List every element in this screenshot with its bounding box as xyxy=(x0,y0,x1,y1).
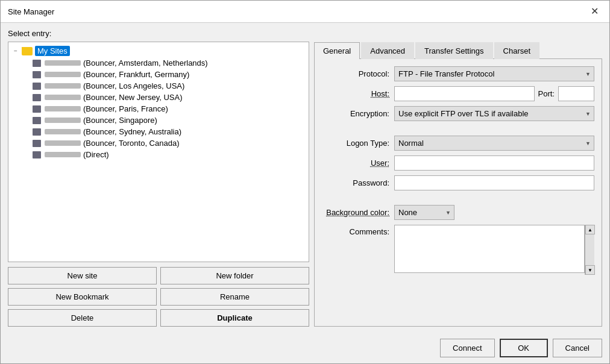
list-item[interactable]: (Bouncer, Singapore) xyxy=(8,115,309,126)
scrollbar: ▲ ▼ xyxy=(585,225,594,275)
logon-type-select[interactable]: Normal xyxy=(394,136,594,151)
comments-textarea[interactable] xyxy=(394,225,585,273)
site-icon xyxy=(33,117,41,124)
protocol-label: Protocol: xyxy=(322,69,394,78)
rename-button[interactable]: Rename xyxy=(160,288,309,306)
blurred-ip xyxy=(45,118,81,123)
tab-general[interactable]: General xyxy=(314,42,360,59)
blurred-ip xyxy=(45,60,81,66)
connect-button[interactable]: Connect xyxy=(440,339,494,357)
button-grid: New site New folder New Bookmark Rename … xyxy=(8,267,309,327)
scroll-up-button[interactable]: ▲ xyxy=(585,225,595,234)
list-item[interactable]: (Bouncer, New Jersey, USA) xyxy=(8,92,309,103)
site-icon xyxy=(33,128,41,136)
encryption-label: Encryption: xyxy=(322,109,394,118)
tab-charset[interactable]: Charset xyxy=(494,42,540,59)
list-item[interactable]: (Bouncer, Los Angeles, USA) xyxy=(8,80,309,92)
new-site-button[interactable]: New site xyxy=(8,267,157,284)
encryption-select-wrapper: Use explicit FTP over TLS if available xyxy=(394,106,594,121)
blurred-ip xyxy=(45,106,81,111)
user-row: User: xyxy=(322,155,594,171)
port-label: Port: xyxy=(538,89,555,98)
logon-type-label: Logon Type: xyxy=(322,139,394,148)
dialog-body: Select entry: − My Sites xyxy=(1,23,609,334)
blurred-ip xyxy=(45,152,81,157)
bg-color-control: None xyxy=(394,205,594,220)
new-folder-button[interactable]: New folder xyxy=(160,267,309,284)
encryption-row: Encryption: Use explicit FTP over TLS if… xyxy=(322,106,594,121)
tree-root[interactable]: − My Sites xyxy=(8,45,309,57)
left-panel: − My Sites (Bouncer, Amsterdam, Netherla… xyxy=(8,42,309,327)
blurred-ip xyxy=(45,83,81,89)
comments-row: Comments: ▲ ▼ xyxy=(322,225,594,275)
host-port-row: Host: Port: xyxy=(322,86,594,101)
site-icon xyxy=(33,94,41,101)
site-icon xyxy=(33,83,41,90)
logon-type-select-wrapper: Normal xyxy=(394,136,594,151)
tab-advanced[interactable]: Advanced xyxy=(361,42,414,59)
password-input[interactable] xyxy=(394,175,594,190)
site-manager-dialog: Site Manager ✕ Select entry: − My Sites xyxy=(0,0,610,364)
bg-select-wrapper: None xyxy=(394,205,454,220)
user-input[interactable] xyxy=(394,155,594,171)
scroll-track xyxy=(585,234,594,265)
folder-icon xyxy=(22,47,33,55)
dialog-title: Site Manager xyxy=(8,7,54,16)
password-label: Password: xyxy=(322,178,394,187)
dialog-footer: Connect OK Cancel xyxy=(1,334,609,363)
port-input[interactable] xyxy=(558,86,594,101)
site-location: (Direct) xyxy=(83,150,109,159)
bg-color-label: Background color: xyxy=(322,208,394,217)
list-item[interactable]: (Bouncer, Amsterdam, Netherlands) xyxy=(8,57,309,69)
blurred-ip xyxy=(45,129,81,134)
site-location: (Bouncer, Toronto, Canada) xyxy=(83,139,179,148)
tab-bar: General Advanced Transfer Settings Chars… xyxy=(314,42,602,59)
comments-container: ▲ ▼ xyxy=(394,225,594,275)
bg-color-select[interactable]: None xyxy=(394,205,454,220)
expand-icon: − xyxy=(11,46,20,56)
host-input[interactable] xyxy=(394,86,535,101)
list-item[interactable]: (Direct) xyxy=(8,149,309,160)
site-location: (Bouncer, Paris, France) xyxy=(83,104,168,113)
blurred-ip xyxy=(45,72,81,77)
new-bookmark-button[interactable]: New Bookmark xyxy=(8,288,157,306)
logon-type-row: Logon Type: Normal xyxy=(322,136,594,151)
close-button[interactable]: ✕ xyxy=(587,5,602,17)
site-icon xyxy=(33,105,41,113)
host-label: Host: xyxy=(322,89,394,98)
protocol-select-wrapper: FTP - File Transfer Protocol xyxy=(394,66,594,81)
main-area: − My Sites (Bouncer, Amsterdam, Netherla… xyxy=(8,42,602,327)
tree-container[interactable]: − My Sites (Bouncer, Amsterdam, Netherla… xyxy=(8,42,309,262)
duplicate-button[interactable]: Duplicate xyxy=(160,309,309,327)
list-item[interactable]: (Bouncer, Sydney, Australia) xyxy=(8,126,309,137)
delete-button[interactable]: Delete xyxy=(8,309,157,327)
encryption-select[interactable]: Use explicit FTP over TLS if available xyxy=(394,106,594,121)
list-item[interactable]: (Bouncer, Paris, France) xyxy=(8,103,309,115)
bg-color-row: Background color: None xyxy=(322,205,594,220)
site-location: (Bouncer, Frankfurt, Germany) xyxy=(83,70,189,79)
ok-button[interactable]: OK xyxy=(500,339,548,357)
comments-label: Comments: xyxy=(322,227,394,236)
protocol-select[interactable]: FTP - File Transfer Protocol xyxy=(394,66,594,81)
tab-content-general: Protocol: FTP - File Transfer Protocol H… xyxy=(314,59,602,327)
site-location: (Bouncer, Amsterdam, Netherlands) xyxy=(83,58,208,67)
password-row: Password: xyxy=(322,175,594,190)
cancel-button[interactable]: Cancel xyxy=(553,339,602,357)
protocol-row: Protocol: FTP - File Transfer Protocol xyxy=(322,66,594,81)
scroll-down-button[interactable]: ▼ xyxy=(585,265,595,275)
site-location: (Bouncer, New Jersey, USA) xyxy=(83,93,182,102)
password-control xyxy=(394,175,594,190)
site-location: (Bouncer, Singapore) xyxy=(83,116,157,125)
list-item[interactable]: (Bouncer, Toronto, Canada) xyxy=(8,137,309,149)
root-label[interactable]: My Sites xyxy=(35,46,70,56)
tree-sites: (Bouncer, Amsterdam, Netherlands) (Bounc… xyxy=(8,57,309,160)
tab-transfer-settings[interactable]: Transfer Settings xyxy=(415,42,493,59)
right-panel: General Advanced Transfer Settings Chars… xyxy=(314,42,602,327)
encryption-control: Use explicit FTP over TLS if available xyxy=(394,106,594,121)
blurred-ip xyxy=(45,95,81,100)
site-icon xyxy=(33,140,41,147)
user-label: User: xyxy=(322,158,394,168)
blurred-ip xyxy=(45,140,81,146)
site-location: (Bouncer, Los Angeles, USA) xyxy=(83,81,184,90)
list-item[interactable]: (Bouncer, Frankfurt, Germany) xyxy=(8,69,309,80)
